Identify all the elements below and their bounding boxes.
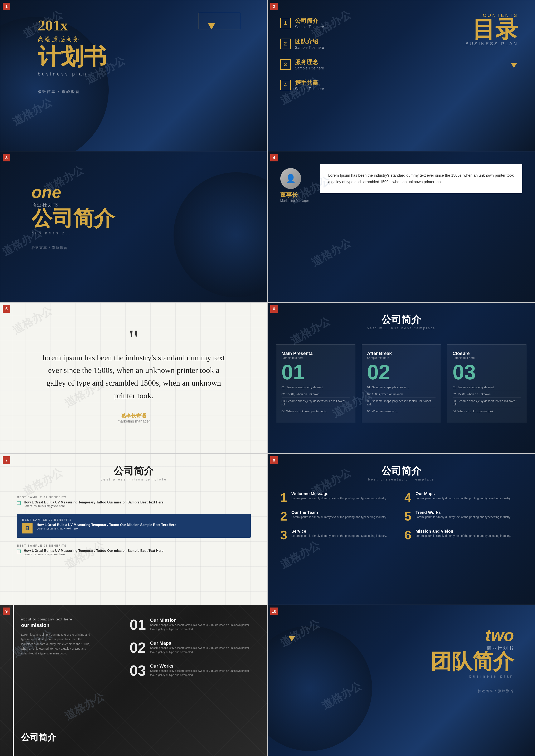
item-num-2: 2 <box>280 510 287 523</box>
author-name: 葛李长寄语 <box>40 412 228 419</box>
benefit-icon: B <box>22 523 33 533</box>
card-2-list: 01. Sesame snaps jelxy desse... 02. 1500… <box>367 386 436 415</box>
card-3-item-3: 03. Sesame snaps jelxy dessert tootsie r… <box>453 399 521 408</box>
card-1-list: 01. Sesame snaps jelxy dessert. 02. 1500… <box>282 386 350 415</box>
benefit-1-desc: Lorem ipsum is simply text here <box>24 504 163 508</box>
left-content-9: about to company text here our mission L… <box>21 618 94 656</box>
grid-items: 1 Welcome Message Lorem ipsum is simply … <box>280 491 522 542</box>
benefit-items: BEST SAMPLE 01 BENEFITS How L'Oreal Buil… <box>17 495 251 562</box>
item-desc-2: Lorem ipsum is simply dummy text of the … <box>291 515 387 519</box>
decorative-circle-10 <box>268 626 372 751</box>
card-2-title: After Break <box>367 351 436 356</box>
numbered-item-2: 02 Our Maps Sesame snaps jelxy dessert t… <box>130 640 255 655</box>
card-3-title: Closure <box>453 351 521 356</box>
our-mission: our mission <box>21 622 94 628</box>
slide-number-2: 2 <box>270 3 278 10</box>
num-big-1: 01 <box>130 618 146 632</box>
menu-text-1: 公司简介 Sample Title here <box>295 17 324 29</box>
quote-text: lorem ipsum has been the industry's stan… <box>40 351 228 402</box>
benefit-1-label: BEST SAMPLE 01 BENEFITS <box>17 495 251 499</box>
slide-number-9: 9 <box>3 607 10 615</box>
slide-2: 2 1 公司简介 Sample Title here 2 团队介绍 Sample… <box>268 0 535 151</box>
card-3-item-2: 02. 1500s, when an unknown. <box>453 393 521 398</box>
menu-text-3: 服务理念 Sample Title here <box>295 58 324 70</box>
item-desc-5: Lorem ipsum is simply dummy text of the … <box>415 515 511 519</box>
benefit-2-content: B How L'Oreal Built a UV Measuring Tempo… <box>22 523 245 533</box>
contents-cn: 目录 <box>465 18 518 41</box>
tagline-3: 极致商享 / 巅峰聚首 <box>32 246 115 250</box>
benefit-3-text: How L'Oreal Built a UV Measuring Tempora… <box>24 549 163 556</box>
main-title-3: 公司简介 <box>32 208 115 229</box>
slide-number-1: 1 <box>3 3 10 10</box>
item-title-1: Welcome Message <box>291 491 387 496</box>
body-text: Lorem Ipsum has been the industry's stan… <box>328 172 514 185</box>
slide-3: 3 one 商业社划书 公司简介 business p... 极致商享 / 巅峰… <box>0 151 268 302</box>
menu-item-2: 2 团队介绍 Sample Title here <box>280 38 324 50</box>
num-desc-2: Sesame snaps jelxy dessert tootsie roll … <box>150 646 255 654</box>
item-desc-1: Lorem ipsum is simply dummy text of the … <box>291 496 387 500</box>
item-num-5: 5 <box>405 510 411 523</box>
slide-1-content: 201x 高端质感商务 计划书 business plan 极致商享 / 巅峰聚… <box>38 17 107 94</box>
item-content-3: Service Lorem ipsum is simply dummy text… <box>291 529 387 538</box>
main-title: 计划书 <box>38 45 107 68</box>
grid-item-3: 3 Service Lorem ipsum is simply dummy te… <box>280 529 398 542</box>
slide-number-6: 6 <box>270 305 278 313</box>
decorative-circle-3 <box>174 172 268 297</box>
menu-item-1: 1 公司简介 Sample Title here <box>280 17 324 29</box>
card-3-list: 01. Sesame snaps jelxy dessert. 02. 1500… <box>453 386 521 415</box>
benefit-3: BEST SAMPLE 03 BENEFITS How L'Oreal Buil… <box>17 544 251 556</box>
benefit-1-title: How L'Oreal Built a UV Measuring Tempora… <box>24 500 163 504</box>
card-2: After Break Sample text here 02 01. Sesa… <box>362 344 441 423</box>
slide-4: 4 👤 董事长 Marketing Manager Lorem Ipsum ha… <box>268 151 535 302</box>
item-title-6: Mission and Vision <box>415 529 511 534</box>
benefit-1-text: How L'Oreal Built a UV Measuring Tempora… <box>24 500 163 508</box>
item-desc-6: Lorem ipsum is simply dummy text of the … <box>415 534 511 538</box>
slide-7-header: 公司简介 best presentation template <box>0 464 268 481</box>
triangle-decoration-10 <box>289 636 295 641</box>
slide-number-7: 7 <box>3 456 10 464</box>
menu-item-3: 3 服务理念 Sample Title here <box>280 58 324 70</box>
num-text-2: Our Maps Sesame snaps jelxy dessert toot… <box>150 640 255 655</box>
card-1-item-1: 01. Sesame snaps jelxy dessert. <box>282 386 350 391</box>
slide-6: 6 公司简介 best m... business template Main … <box>268 302 535 454</box>
item-title-2: Our the Team <box>291 510 387 515</box>
benefit-2-label: BEST SAMPLE 02 BENEFITS <box>22 518 245 521</box>
slide-8: 8 公司简介 best presentation template 1 Welc… <box>268 454 535 605</box>
card-1-subtitle: Sample text here <box>282 356 350 359</box>
header-en-8: best presentation template <box>268 478 535 481</box>
card-1-num: 01 <box>282 362 350 382</box>
cards-container: Main Presenta Sample text here 01 01. Se… <box>276 344 527 423</box>
header-cn-6: 公司简介 <box>268 313 535 326</box>
slide-5-content: " lorem ipsum has been the industry's st… <box>40 332 228 423</box>
desc-text-9: Lorem ipsum is simply dummy text of the … <box>21 632 94 656</box>
slide-number-4: 4 <box>270 154 278 161</box>
box-outline <box>199 13 240 29</box>
check-icon-3 <box>17 549 21 553</box>
person-name: 董事长 <box>280 191 309 199</box>
one-text: one <box>32 183 115 202</box>
item-num-1: 1 <box>280 491 287 504</box>
bottom-cn: 公司简介 <box>21 732 56 743</box>
person-role: Marketing Manager <box>280 199 309 203</box>
item-content-5: Trend Works Lorem ipsum is simply dummy … <box>415 510 511 519</box>
slide-3-content: one 商业社划书 公司简介 business p... 极致商享 / 巅峰聚首 <box>32 183 115 250</box>
card-3-subtitle: Sample text here <box>453 356 521 359</box>
card-1-item-2: 02. 1500s, when an unknown. <box>282 393 350 398</box>
item-desc-4: Lorem ipsum is simply dummy text of the … <box>415 496 511 500</box>
menu-text-4: 携手共赢 Sample Title here <box>295 79 324 91</box>
card-2-item-1: 01. Sesame snaps jelxy desse... <box>367 386 436 391</box>
quote-mark: " <box>40 332 228 345</box>
menu-num-2: 2 <box>280 39 291 49</box>
white-bar <box>13 605 14 756</box>
card-2-item-3: 03. Sesame snaps jelxy dessert tootsie r… <box>367 399 436 408</box>
benefit-3-label: BEST SAMPLE 03 BENEFITS <box>17 544 251 547</box>
slide-number-8: 8 <box>270 456 278 464</box>
benefit-2-title: How L'Oreal Built a UV Measuring Tempora… <box>37 523 176 527</box>
menu-items: 1 公司简介 Sample Title here 2 团队介绍 Sample T… <box>280 17 324 99</box>
num-title-3: Our Works <box>150 663 255 669</box>
header-cn-8: 公司简介 <box>268 464 535 478</box>
num-text-3: Our Works Sesame snaps jelxy dessert too… <box>150 663 255 678</box>
slide-6-header: 公司简介 best m... business template <box>268 313 535 330</box>
author-role: marketing manager <box>40 419 228 424</box>
about-title: about to company text here <box>21 618 94 621</box>
